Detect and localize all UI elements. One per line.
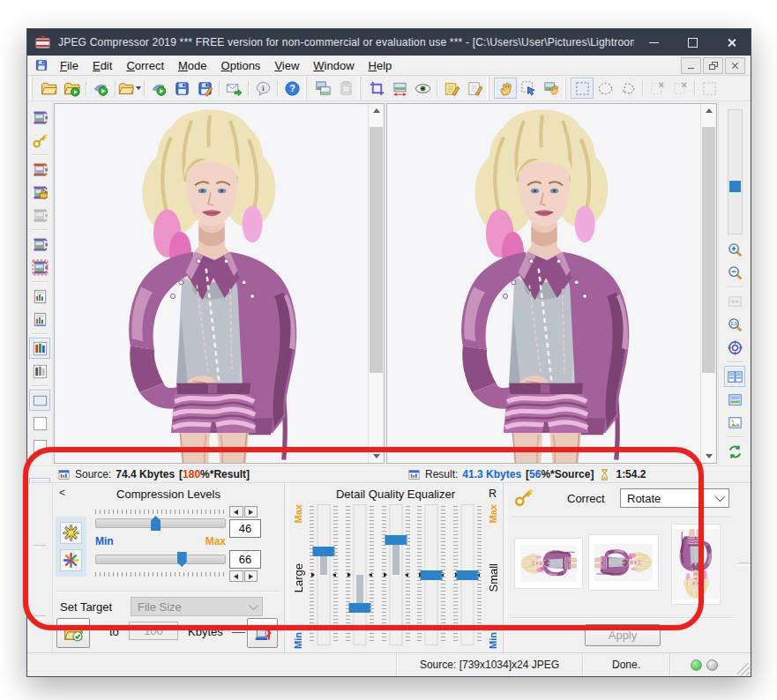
slider-track[interactable] <box>95 555 226 564</box>
equalizer-reset-button[interactable]: R <box>489 488 497 500</box>
zoom-100-icon[interactable] <box>724 314 745 335</box>
scroll-down-button[interactable] <box>369 450 384 463</box>
compress-locked-icon[interactable] <box>29 182 50 203</box>
preview-icon[interactable] <box>411 78 434 99</box>
splitter-grip[interactable] <box>34 545 46 548</box>
spin-left-button[interactable] <box>229 570 243 582</box>
rotate-right-preview[interactable] <box>588 534 659 591</box>
splitter-grip[interactable] <box>34 615 46 619</box>
source-pane-view-icon[interactable] <box>724 389 745 410</box>
open-file-icon[interactable] <box>37 78 60 99</box>
gray-histogram-icon[interactable] <box>29 361 50 382</box>
zoom-out-icon[interactable] <box>724 262 745 283</box>
equalizer-band-4[interactable] <box>417 504 445 645</box>
pan-tool-icon[interactable] <box>494 78 517 99</box>
paste-image-icon[interactable] <box>334 78 357 99</box>
menu-window[interactable]: Window <box>306 58 361 73</box>
compress-tool-icon[interactable] <box>29 107 50 128</box>
mdi-minimize-button[interactable] <box>681 57 701 74</box>
zoom-slider[interactable] <box>728 109 743 235</box>
chrominance-slider-thumb[interactable] <box>177 552 187 567</box>
compress-marked-icon[interactable] <box>29 257 50 278</box>
maximize-button[interactable] <box>673 29 712 56</box>
slider-track[interactable] <box>318 504 331 645</box>
spin-left-button[interactable] <box>229 506 243 518</box>
rotate-180-preview[interactable] <box>671 524 721 605</box>
rect-selection-icon[interactable] <box>571 78 594 99</box>
sync-views-icon[interactable] <box>724 441 745 462</box>
mdi-close-button[interactable] <box>725 57 745 74</box>
chrominance-value-field[interactable]: 66 <box>229 550 261 569</box>
equalizer-thumb[interactable] <box>385 535 407 545</box>
equalizer-band-3[interactable] <box>382 504 410 645</box>
menu-help[interactable]: Help <box>362 58 400 73</box>
dual-pane-view-icon[interactable] <box>724 366 745 387</box>
copy-image-icon[interactable] <box>311 78 334 99</box>
zoom-in-icon[interactable] <box>724 239 745 260</box>
rgb-histogram-icon[interactable] <box>29 338 50 359</box>
compress-quality-icon[interactable] <box>29 159 50 180</box>
scroll-down-button[interactable] <box>701 450 716 463</box>
fit-to-window-icon[interactable] <box>724 291 745 312</box>
menu-correct[interactable]: Correct <box>119 58 171 73</box>
correct-mode-select[interactable]: Rotate <box>620 488 729 508</box>
compress-now-icon[interactable] <box>147 78 170 99</box>
compress-region-icon[interactable] <box>29 234 50 255</box>
save-as-icon[interactable] <box>193 78 216 99</box>
run-target-compression-button[interactable] <box>247 618 278 648</box>
minimize-button[interactable] <box>634 29 673 56</box>
resize-grip[interactable] <box>737 663 750 675</box>
scroll-up-button[interactable] <box>701 104 716 117</box>
rotate-left-preview[interactable] <box>514 538 583 589</box>
scroll-thumb[interactable] <box>702 127 715 373</box>
target-size-field[interactable]: 100 <box>129 622 178 640</box>
luminance-slider[interactable] <box>95 516 226 531</box>
scroll-thumb[interactable] <box>370 127 383 373</box>
luminance-value-field[interactable]: 46 <box>229 519 261 538</box>
resize-image-icon[interactable] <box>388 78 411 99</box>
result-image-canvas[interactable] <box>387 104 700 463</box>
equalizer-thumb[interactable] <box>457 570 479 580</box>
menu-options[interactable]: Options <box>214 58 268 73</box>
compress-to-target-button[interactable] <box>56 618 90 648</box>
select-tool-icon[interactable] <box>517 78 540 99</box>
mdi-restore-button[interactable] <box>703 57 723 74</box>
help-icon[interactable] <box>280 78 303 99</box>
close-button[interactable] <box>712 29 751 56</box>
color-gradient-icon[interactable] <box>29 436 50 457</box>
chrominance-slider[interactable] <box>95 552 226 567</box>
clear-selection-icon[interactable] <box>646 78 669 99</box>
send-mail-icon[interactable] <box>222 78 245 99</box>
menu-mode[interactable]: Mode <box>171 58 214 73</box>
about-info-icon[interactable] <box>251 78 274 99</box>
gray-gradient-icon[interactable] <box>29 413 50 434</box>
edit-comment-icon[interactable] <box>440 78 463 99</box>
open-and-compress-icon[interactable] <box>60 78 83 99</box>
spin-right-button[interactable] <box>244 570 258 582</box>
pan-both-panes-icon[interactable] <box>540 78 563 99</box>
histogram-source-icon[interactable] <box>29 286 50 307</box>
scroll-track[interactable] <box>701 117 716 450</box>
menu-file[interactable]: File <box>53 58 86 73</box>
selection-extra-icon[interactable] <box>698 78 721 99</box>
menu-edit[interactable]: Edit <box>86 58 119 73</box>
luminance-quality-icon[interactable] <box>60 522 82 544</box>
crop-tool-icon[interactable] <box>365 78 388 99</box>
source-image-canvas[interactable] <box>55 104 368 463</box>
scroll-track[interactable] <box>369 117 384 450</box>
recent-files-icon[interactable] <box>118 78 141 99</box>
navigator-icon[interactable] <box>724 337 745 358</box>
zoom-slider-thumb[interactable] <box>729 181 741 192</box>
result-pane-view-icon[interactable] <box>724 412 745 433</box>
equalizer-band-2[interactable] <box>346 504 374 645</box>
compress-disabled-icon[interactable] <box>29 205 50 226</box>
edit-exif-icon[interactable] <box>463 78 486 99</box>
spin-right-button[interactable] <box>244 506 258 518</box>
chrominance-quality-icon[interactable] <box>60 549 82 571</box>
view-gradient-icon[interactable] <box>29 390 50 411</box>
histogram-result-icon[interactable] <box>29 309 50 330</box>
equalizer-band-1[interactable] <box>310 504 338 645</box>
polygon-selection-icon[interactable] <box>616 78 639 99</box>
scroll-up-button[interactable] <box>369 104 384 117</box>
equalizer-band-5[interactable] <box>453 504 482 645</box>
